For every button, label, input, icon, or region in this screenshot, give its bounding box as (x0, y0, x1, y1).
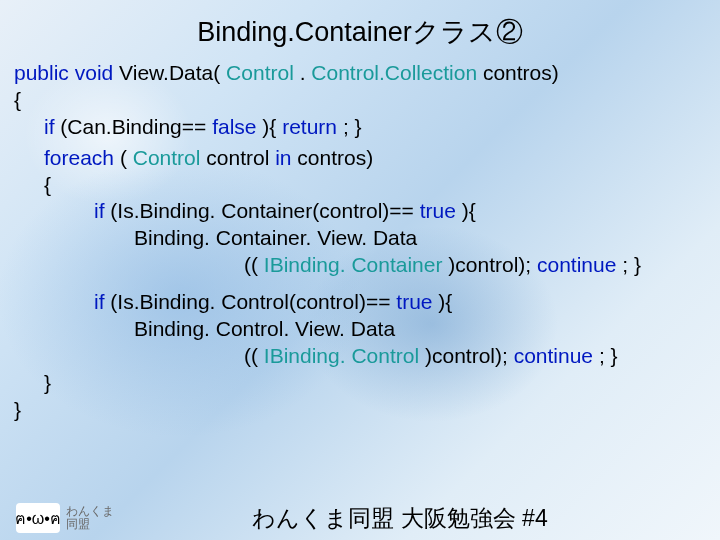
text: (Is.Binding. Container(control)== (110, 199, 414, 222)
text: )control); (425, 344, 514, 367)
keyword: public (14, 61, 69, 84)
keyword: continue (514, 344, 593, 367)
code-line: if (Can.Binding== false ){ return ; } (44, 114, 720, 141)
code-block: public void View.Data( Control . Control… (0, 50, 720, 423)
keyword: in (275, 146, 291, 169)
keyword: foreach (44, 146, 114, 169)
keyword: if (94, 290, 105, 313)
footer-logo-icon: ฅ•ω•ฅ (16, 503, 60, 533)
code-line: Binding. Control. View. Data (134, 316, 720, 343)
text: View.Data( (119, 61, 220, 84)
code-line: if (Is.Binding. Control(control)== true … (94, 289, 720, 316)
type: Control.Collection (311, 61, 477, 84)
type: IBinding. Container (264, 253, 443, 276)
type: IBinding. Control (264, 344, 419, 367)
text: control (206, 146, 275, 169)
keyword: if (94, 199, 105, 222)
slide-title: Binding.Containerクラス② (0, 0, 720, 50)
text: (( (244, 253, 258, 276)
code-line: (( IBinding. Control )control); continue… (244, 343, 720, 370)
type: Control (226, 61, 294, 84)
text: ){ (438, 290, 452, 313)
footer-small-text: わんくま 同盟 (66, 505, 120, 531)
code-line: foreach ( Control control in contros) (44, 145, 720, 172)
code-line: } (14, 397, 720, 424)
text: ( (120, 146, 127, 169)
text: ){ (462, 199, 476, 222)
code-line: { (14, 87, 720, 114)
type: Control (133, 146, 201, 169)
keyword: if (44, 115, 55, 138)
footer-main-text: わんくま同盟 大阪勉強会 #4 (120, 503, 720, 534)
code-line: public void View.Data( Control . Control… (14, 60, 720, 87)
text: contros) (297, 146, 373, 169)
keyword: true (396, 290, 432, 313)
code-line: if (Is.Binding. Container(control)== tru… (94, 198, 720, 225)
footer-small-line2: 同盟 (66, 518, 120, 531)
text: ; } (599, 344, 618, 367)
text: )control); (448, 253, 537, 276)
keyword: continue (537, 253, 616, 276)
code-line: { (44, 172, 720, 199)
footer: ฅ•ω•ฅ わんくま 同盟 わんくま同盟 大阪勉強会 #4 (0, 496, 720, 540)
text: contros) (483, 61, 559, 84)
code-line: } (44, 370, 720, 397)
text: (( (244, 344, 258, 367)
keyword: false (212, 115, 256, 138)
text: (Can.Binding== (60, 115, 206, 138)
text: ; } (622, 253, 641, 276)
code-line: (( IBinding. Container )control); contin… (244, 252, 720, 279)
code-line: Binding. Container. View. Data (134, 225, 720, 252)
keyword: return (282, 115, 337, 138)
text: (Is.Binding. Control(control)== (110, 290, 390, 313)
keyword: true (420, 199, 456, 222)
keyword: void (75, 61, 114, 84)
text: ; } (343, 115, 362, 138)
text: . (300, 61, 312, 84)
text: ){ (262, 115, 276, 138)
